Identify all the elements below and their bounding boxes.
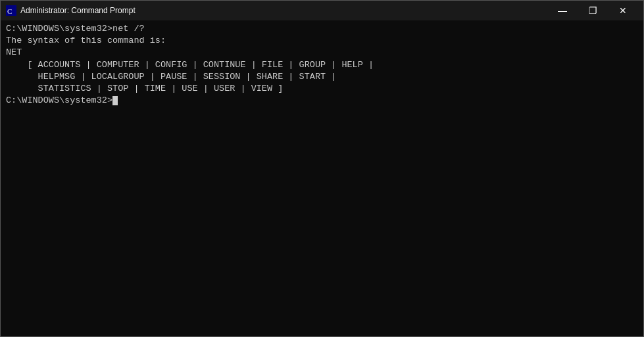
- terminal-output[interactable]: C:\WINDOWS\system32>net /? The syntax of…: [1, 20, 643, 336]
- terminal-line-6: HELPMSG | LOCALGROUP | PAUSE | SESSION |…: [6, 71, 638, 83]
- minimize-button[interactable]: —: [547, 1, 578, 20]
- window-controls: — ❐ ✕: [547, 1, 638, 20]
- terminal-prompt: C:\WINDOWS\system32>: [6, 95, 638, 107]
- window-title: Administrator: Command Prompt: [20, 6, 547, 15]
- cursor: [112, 96, 118, 105]
- cmd-icon: C: [6, 5, 16, 16]
- terminal-line-7: STATISTICS | STOP | TIME | USE | USER | …: [6, 83, 638, 95]
- terminal-line-4: NET: [6, 47, 638, 59]
- close-button[interactable]: ✕: [608, 1, 638, 20]
- cmd-window: C Administrator: Command Prompt — ❐ ✕ C:…: [0, 0, 644, 337]
- terminal-line-5: [ ACCOUNTS | COMPUTER | CONFIG | CONTINU…: [6, 59, 638, 71]
- title-bar: C Administrator: Command Prompt — ❐ ✕: [1, 1, 643, 20]
- terminal-line-1: C:\WINDOWS\system32>net /?: [6, 23, 638, 35]
- maximize-button[interactable]: ❐: [578, 1, 608, 20]
- terminal-line-2: The syntax of this command is:: [6, 35, 638, 47]
- svg-text:C: C: [7, 7, 12, 15]
